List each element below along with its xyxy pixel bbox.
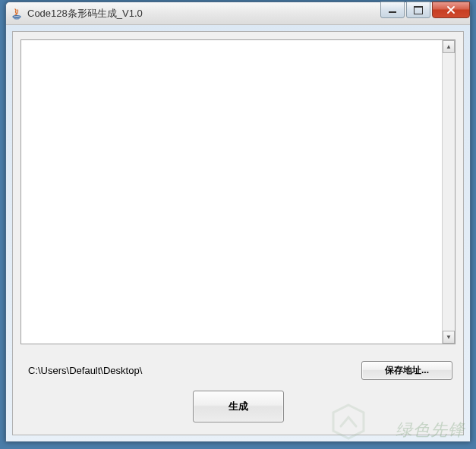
textarea-content[interactable] bbox=[21, 40, 442, 344]
app-window: Code128条形码生成_V1.0 ▲ ▼ C:\Users\Default\D… bbox=[5, 2, 471, 442]
inner-panel: ▲ ▼ C:\Users\Default\Desktop\ 保存地址... 生成 bbox=[12, 31, 464, 435]
close-button[interactable] bbox=[432, 2, 470, 18]
scroll-up-button[interactable]: ▲ bbox=[443, 40, 455, 53]
client-area: ▲ ▼ C:\Users\Default\Desktop\ 保存地址... 生成 bbox=[6, 25, 470, 441]
minimize-button[interactable] bbox=[380, 2, 405, 18]
save-path-button[interactable]: 保存地址... bbox=[361, 361, 452, 380]
path-row: C:\Users\Default\Desktop\ 保存地址... bbox=[20, 361, 456, 380]
scroll-down-button[interactable]: ▼ bbox=[443, 331, 455, 344]
window-title: Code128条形码生成_V1.0 bbox=[27, 7, 143, 20]
window-controls bbox=[380, 2, 470, 18]
generate-button[interactable]: 生成 bbox=[193, 391, 284, 422]
vertical-scrollbar[interactable]: ▲ ▼ bbox=[442, 40, 455, 344]
maximize-button[interactable] bbox=[406, 2, 430, 18]
generate-row: 生成 bbox=[20, 391, 456, 422]
output-textarea[interactable]: ▲ ▼ bbox=[20, 39, 456, 344]
titlebar[interactable]: Code128条形码生成_V1.0 bbox=[6, 2, 470, 25]
java-icon bbox=[11, 8, 23, 20]
save-path-label: C:\Users\Default\Desktop\ bbox=[28, 365, 142, 376]
